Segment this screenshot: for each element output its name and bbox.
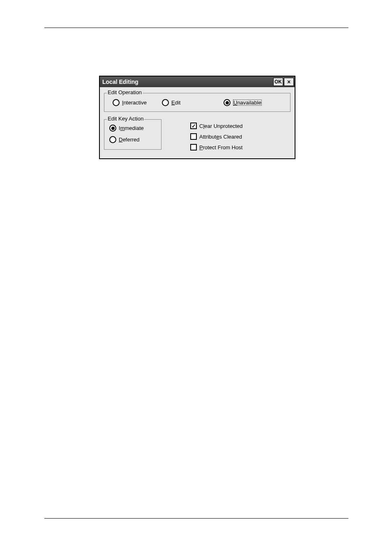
radio-label: Edit (171, 100, 180, 106)
checkbox-label: Attributes Cleared (199, 134, 242, 140)
radio-icon (162, 99, 169, 106)
radio-interactive[interactable]: Interactive (113, 99, 147, 106)
titlebar-buttons: OK × (273, 78, 294, 86)
edit-key-action-group: Edit Key Action Immediate Deferred (104, 119, 161, 150)
radio-icon (109, 136, 116, 143)
edit-key-action-legend: Edit Key Action (107, 116, 144, 122)
radio-icon (113, 99, 120, 106)
radio-unavailable[interactable]: Unavailable (224, 99, 262, 106)
dialog-body: Edit Operation Interactive Edit Unavaila… (100, 87, 295, 158)
checkbox-clear-unprotected[interactable]: ✓ Clear Unprotected (190, 123, 243, 129)
page-top-rule (44, 28, 348, 28)
checkbox-icon (190, 144, 197, 151)
checkbox-label: Protect From Host (199, 144, 242, 151)
radio-label: Interactive (122, 100, 147, 106)
checkbox-protect-from-host[interactable]: Protect From Host (190, 144, 242, 151)
radio-icon (109, 125, 116, 132)
close-button[interactable]: × (284, 78, 294, 86)
page-bottom-rule (44, 518, 348, 519)
local-editing-dialog: Local Editing OK × Edit Operation Intera… (99, 76, 295, 159)
radio-label: Immediate (119, 125, 144, 131)
ok-button[interactable]: OK (273, 78, 283, 86)
radio-edit[interactable]: Edit (162, 99, 180, 106)
edit-operation-legend: Edit Operation (107, 89, 143, 95)
dialog-title: Local Editing (102, 79, 138, 85)
checkbox-label: Clear Unprotected (199, 123, 243, 129)
edit-operation-group: Edit Operation Interactive Edit Unavaila… (104, 93, 291, 112)
titlebar: Local Editing OK × (100, 76, 295, 87)
radio-label: Unavailable (233, 100, 262, 106)
checkbox-attributes-cleared[interactable]: Attributes Cleared (190, 133, 242, 140)
radio-icon (224, 99, 231, 106)
radio-deferred[interactable]: Deferred (109, 136, 140, 143)
radio-immediate[interactable]: Immediate (109, 125, 144, 132)
radio-label: Deferred (119, 137, 140, 143)
checkbox-icon (190, 133, 197, 140)
checkbox-icon: ✓ (190, 123, 197, 129)
